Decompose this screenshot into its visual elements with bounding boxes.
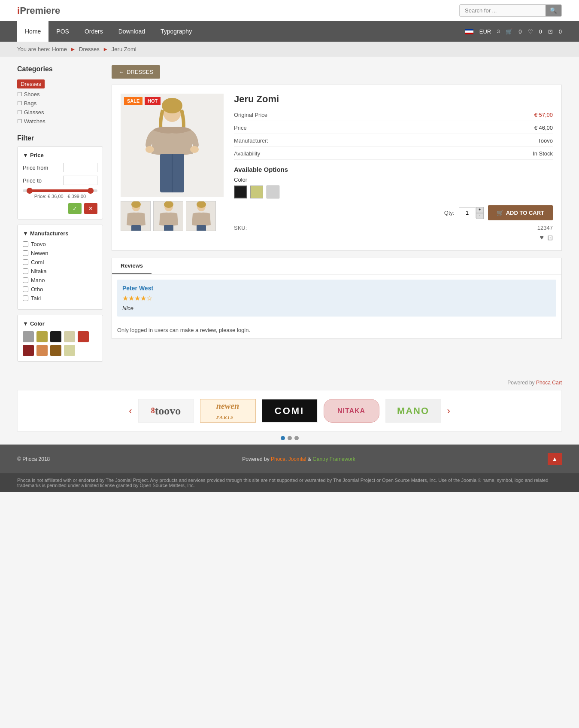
scroll-top-button[interactable]: ▲ (548, 453, 562, 465)
price-filter-header[interactable]: ▼ Price (23, 152, 97, 158)
qty-decrement-button[interactable]: - (476, 213, 484, 219)
footer-phoca-link[interactable]: Phoca (271, 456, 285, 462)
back-to-dresses-button[interactable]: ← DRESSES (112, 65, 160, 79)
manufacturer-row: Manufacturer: Toovo (234, 137, 553, 147)
color-option-olive[interactable] (250, 186, 263, 198)
thumbnail-3[interactable] (186, 201, 216, 231)
price-range-thumb-right[interactable] (88, 188, 94, 194)
nav-item-pos[interactable]: POS (49, 21, 77, 42)
manufacturer-otho[interactable]: Otho (23, 286, 97, 292)
original-price-label: Original Price (234, 112, 267, 118)
color-swatch-darkred[interactable] (23, 345, 34, 356)
color-swatch-black[interactable] (50, 331, 61, 342)
breadcrumb-current: Jeru Zomi (112, 46, 136, 52)
wishlist-icon[interactable]: ♡ (528, 28, 533, 35)
brands-prev-button[interactable]: ‹ (129, 405, 132, 417)
main-nav: Home POS Orders Download Typography EUR … (0, 21, 579, 42)
filter-apply-button[interactable]: ✓ (68, 203, 82, 214)
color-swatch-gold[interactable] (36, 331, 48, 342)
category-item-dresses[interactable]: Dresses (17, 78, 103, 90)
manufacturer-checkbox[interactable] (23, 259, 28, 265)
availability-value: In Stock (533, 150, 553, 157)
collapse-icon: ▼ (23, 320, 28, 327)
brand-logo-mano[interactable]: MANO (385, 399, 441, 423)
manufacturer-checkbox[interactable] (23, 277, 28, 283)
review-stars: ★★★★☆ (122, 294, 551, 302)
compare-icon[interactable]: ⊡ (548, 28, 553, 35)
qty-increment-button[interactable]: + (476, 207, 484, 213)
brand-logo-newen[interactable]: newenPARIS (200, 399, 256, 423)
color-swatch-cream[interactable] (64, 331, 75, 342)
compare-copy-icon[interactable]: ⊡ (547, 234, 553, 242)
filter-clear-button[interactable]: ✕ (84, 203, 97, 214)
brand-logo-comi[interactable]: COMI (262, 399, 318, 423)
color-option-gray[interactable] (267, 186, 279, 198)
color-swatch-orange[interactable] (36, 345, 48, 356)
manufacturer-taki[interactable]: Taki (23, 295, 97, 302)
manufacturer-checkbox[interactable] (23, 250, 28, 256)
manufacturer-toovo[interactable]: Toovo (23, 241, 97, 247)
nav-item-orders[interactable]: Orders (77, 21, 111, 42)
product-name: Jeru Zomi (234, 94, 553, 105)
manufacturer-name: Mano (31, 277, 45, 283)
price-filter-panel: ▼ Price Price from Price to Price: € 36,… (17, 146, 103, 219)
original-price-row: Original Price € 57,00 (234, 112, 553, 121)
wishlist-heart-icon[interactable]: ♥ (540, 234, 544, 242)
manufacturer-checkbox[interactable] (23, 286, 28, 292)
category-item-glasses[interactable]: ☐ Glasses (17, 108, 103, 117)
brand-dot-3[interactable] (294, 436, 299, 440)
color-filter-header[interactable]: ▼ Color (23, 320, 97, 327)
color-swatch-lightcream[interactable] (64, 345, 75, 356)
color-label: Color (30, 320, 45, 327)
nav-item-home[interactable]: Home (17, 21, 49, 42)
manufacturer-mano[interactable]: Mano (23, 277, 97, 283)
breadcrumb-home[interactable]: Home (52, 46, 67, 52)
brand-logo-toovo[interactable]: 8toovo (138, 399, 194, 423)
currency-label: EUR (479, 28, 491, 35)
filter-actions: ✓ ✕ (23, 203, 97, 214)
tab-reviews[interactable]: Reviews (112, 258, 152, 274)
price-from-input[interactable] (63, 163, 97, 172)
product-image-svg (133, 98, 211, 192)
brand-dot-2[interactable] (288, 436, 292, 440)
brands-next-button[interactable]: › (447, 405, 450, 417)
cart-icon[interactable]: 🛒 (506, 28, 512, 35)
nav-item-typography[interactable]: Typography (153, 21, 200, 42)
manufacturer-name: Comi (31, 259, 44, 265)
color-swatch-red[interactable] (78, 331, 89, 342)
search-input[interactable] (460, 5, 546, 16)
category-active-label: Dresses (17, 79, 45, 88)
brand-logo-nitaka[interactable]: NITAKA (324, 399, 379, 423)
price-range-thumb-left[interactable] (27, 188, 33, 194)
sale-badge: SALE (124, 97, 142, 105)
manufacturers-filter-header[interactable]: ▼ Manufacturers (23, 230, 97, 237)
color-swatch-brown[interactable] (50, 345, 61, 356)
footer-disclaimer: Phoca is not affiliated with or endorsed… (17, 478, 562, 488)
price-to-input[interactable] (63, 176, 97, 185)
manufacturer-checkbox[interactable] (23, 268, 28, 274)
category-item-bags[interactable]: ☐ Bags (17, 99, 103, 108)
search-box[interactable]: 🔍 (459, 4, 562, 17)
nav-item-download[interactable]: Download (111, 21, 153, 42)
category-item-shoes[interactable]: ☐ Shoes (17, 90, 103, 99)
manufacturer-newen[interactable]: Newen (23, 250, 97, 256)
category-item-watches[interactable]: ☐ Watches (17, 117, 103, 126)
manufacturer-nitaka[interactable]: Nitaka (23, 268, 97, 274)
breadcrumb-category[interactable]: Dresses (79, 46, 100, 52)
color-option-black[interactable] (234, 186, 247, 198)
manufacturer-checkbox[interactable] (23, 295, 28, 301)
manufacturer-checkbox[interactable] (23, 241, 28, 247)
manufacturer-comi[interactable]: Comi (23, 259, 97, 265)
footer-joomla-link[interactable]: Joomla! (288, 456, 306, 462)
svg-point-5 (146, 146, 154, 153)
phoca-cart-link[interactable]: Phoca Cart (536, 380, 562, 386)
thumbnail-2[interactable] (153, 201, 183, 231)
color-swatch-gray[interactable] (23, 331, 34, 342)
footer-gantry-link[interactable]: Gantry Framework (312, 456, 355, 462)
qty-input[interactable]: 1 (459, 207, 476, 218)
footer-main: © Phoca 2018 Powered by Phoca, Joomla! &… (0, 445, 579, 473)
add-to-cart-button[interactable]: 🛒 ADD TO CART (488, 205, 553, 220)
brand-dot-1[interactable] (281, 436, 285, 440)
thumbnail-1[interactable] (121, 201, 151, 231)
search-button[interactable]: 🔍 (546, 5, 561, 16)
